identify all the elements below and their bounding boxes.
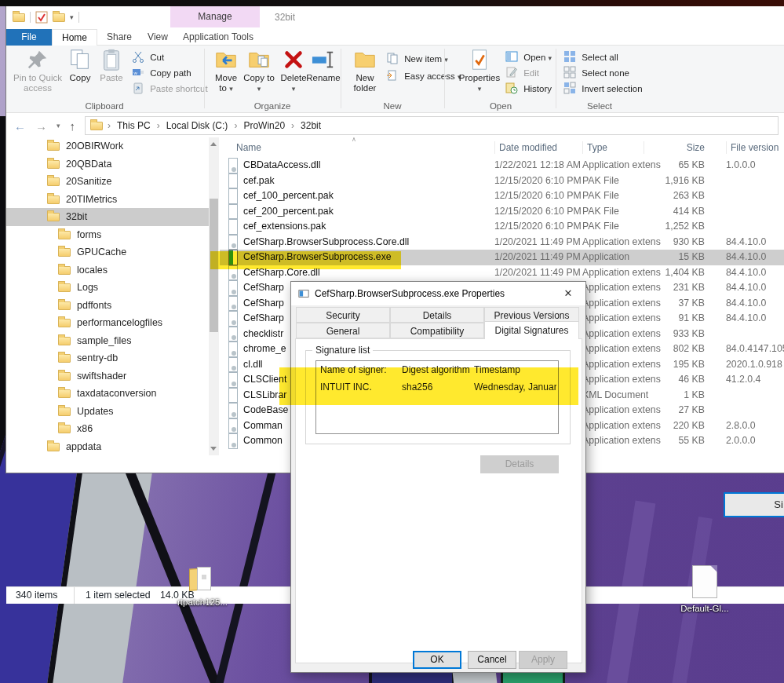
tab-compatibility[interactable]: Compatibility [390,323,484,338]
cut-button[interactable]: Cut [132,50,164,65]
file-row[interactable]: cef_200_percent.pak 12/15/2020 6:10 PM P… [220,204,784,220]
sidebar-item[interactable]: pdffonts [6,297,209,315]
forward-button[interactable]: → [35,119,47,133]
file-version: 84.4.10.0 [726,296,784,312]
new-item-button[interactable]: New item ▾ [386,52,448,67]
sidebar-item-label: Updates [77,406,114,417]
tab-share[interactable]: Share [97,29,141,46]
cancel-button[interactable]: Cancel [468,651,516,669]
desktop-icon-default-gl[interactable]: Default-Gl... [672,565,738,613]
new-folder-button[interactable]: New folder [347,48,383,93]
sidebar-item[interactable]: x86 [6,420,209,438]
file-row[interactable]: cef_100_percent.pak 12/15/2020 6:10 PM P… [220,188,784,204]
sidebar-item[interactable]: appdata [6,438,209,456]
breadcrumb[interactable]: This PCLocal Disk (C:)ProWin2032bit [85,116,779,135]
open-folder-icon [188,567,217,592]
sidebar-item[interactable]: 20TIMetrics [6,191,209,209]
recent-locations-icon[interactable]: ▾ [57,122,60,130]
folder-icon [58,231,71,239]
file-version [726,204,784,220]
ok-button[interactable]: OK [413,651,461,669]
details-button[interactable]: Details [480,455,559,473]
tab-security[interactable]: Security [296,307,390,323]
sidebar-item[interactable]: Logs [6,279,209,297]
invert-selection-button[interactable]: Invert selection [563,82,643,97]
breadcrumb-segment[interactable]: Local Disk (C:) [154,117,232,134]
delete-icon [282,48,305,71]
desktop-icon-label: Default-Gl... [672,604,738,613]
copy-to-button[interactable]: Copy to ▾ [243,48,275,94]
scroll-up-icon[interactable] [210,142,217,146]
select-all-button[interactable]: Select all [563,50,618,65]
rename-button[interactable]: Rename [306,48,341,83]
apply-button[interactable]: Apply [519,651,567,669]
folder-icon [58,337,71,345]
qat-dropdown-icon[interactable]: ▾ [70,13,74,21]
sidebar-item[interactable]: swiftshader [6,367,209,385]
sidebar-item[interactable]: performancelogfiles [6,314,209,332]
file-version: 84.0.4147.105 [726,342,784,357]
tab-file[interactable]: File [6,29,52,46]
file-size: 65 KB [612,158,705,173]
sidebar-item[interactable]: sample_files [6,332,209,350]
delete-button[interactable]: Delete ▾ [278,48,309,94]
sidebar-item-label: sample_files [77,335,131,346]
folder-icon [47,160,60,169]
sidebar-item[interactable]: Updates [6,403,209,421]
partial-si-button[interactable]: Si [724,492,784,517]
desktop-icon-rtpatch[interactable]: rtpatch125... [170,567,235,607]
open-button[interactable]: Open ▾ [505,50,552,65]
breadcrumb-segment[interactable]: This PC [104,117,154,134]
edit-button[interactable]: Edit [505,66,539,81]
scroll-down-icon[interactable] [210,447,217,451]
file-row[interactable]: CefSharp.BrowserSubprocess.Core.dll 1/20… [220,235,784,250]
column-header-size[interactable]: Size [644,141,705,154]
file-date-modified: 12/15/2020 6:10 PM [494,188,581,204]
file-row[interactable]: cef_extensions.pak 12/15/2020 6:10 PM PA… [220,219,784,235]
file-name: cef_200_percent.pak [243,204,491,220]
sidebar-item[interactable]: 20OBIRWork [6,137,209,155]
tab-home[interactable]: Home [52,29,97,46]
tab-view[interactable]: View [141,29,174,46]
select-none-button[interactable]: Select none [563,66,629,81]
sidebar-item[interactable]: 32bit [6,208,209,226]
tab-digital-signatures[interactable]: Digital Signatures [484,321,579,339]
paste-button[interactable]: Paste [96,48,127,83]
copy-path-button[interactable]: w Copy path [132,66,191,81]
move-to-icon [214,48,238,71]
copy-icon [68,48,92,71]
sidebar-item[interactable]: taxdataconversion [6,385,209,403]
column-header-name[interactable]: Name [232,141,483,154]
sidebar-scrollbar[interactable] [209,137,219,455]
properties-button[interactable]: Properties ▾ [458,48,501,94]
breadcrumb-segment[interactable]: 32bit [288,117,324,134]
sidebar-item[interactable]: 20QBData [6,155,209,173]
sidebar-item[interactable]: 20Sanitize [6,173,209,191]
column-header-date-modified[interactable]: Date modified [494,141,579,154]
quick-access-toolbar[interactable]: ▾ [13,9,79,25]
sidebar-item-label: Logs [77,282,98,293]
tab-previous-versions[interactable]: Previous Versions [484,307,579,323]
pin-to-quick-access-button[interactable]: Pin to Quick access [13,48,63,93]
back-button[interactable]: ← [14,119,26,133]
folder-icon [47,142,60,151]
history-button[interactable]: History [505,82,552,97]
tab-general[interactable]: General [296,323,390,338]
tab-details[interactable]: Details [390,307,484,323]
tab-application-tools[interactable]: Application Tools [174,29,262,46]
easy-access-icon [386,69,399,82]
sidebar-item[interactable]: forms [6,226,209,244]
sidebar-item[interactable]: GPUCache [6,243,209,261]
paste-shortcut-button[interactable]: Paste shortcut [132,82,208,97]
move-to-button[interactable]: Move to ▾ [210,48,242,94]
column-header-file-version[interactable]: File version [726,141,781,154]
copy-button[interactable]: Copy [66,48,94,83]
file-row[interactable]: CBDataAccess.dll 1/22/2021 12:18 AM Appl… [220,158,784,173]
file-row[interactable]: cef.pak 12/15/2020 6:10 PM PAK File 1,91… [220,173,784,189]
close-icon[interactable]: ✕ [551,282,585,305]
sidebar-item[interactable]: sentry-db [6,349,209,367]
file-list-header: ∧ Name Date modified Type Size File vers… [220,137,784,158]
sidebar-item[interactable]: locales [6,261,209,279]
up-button[interactable]: ↑ [70,119,76,133]
breadcrumb-segment[interactable]: ProWin20 [231,117,288,134]
